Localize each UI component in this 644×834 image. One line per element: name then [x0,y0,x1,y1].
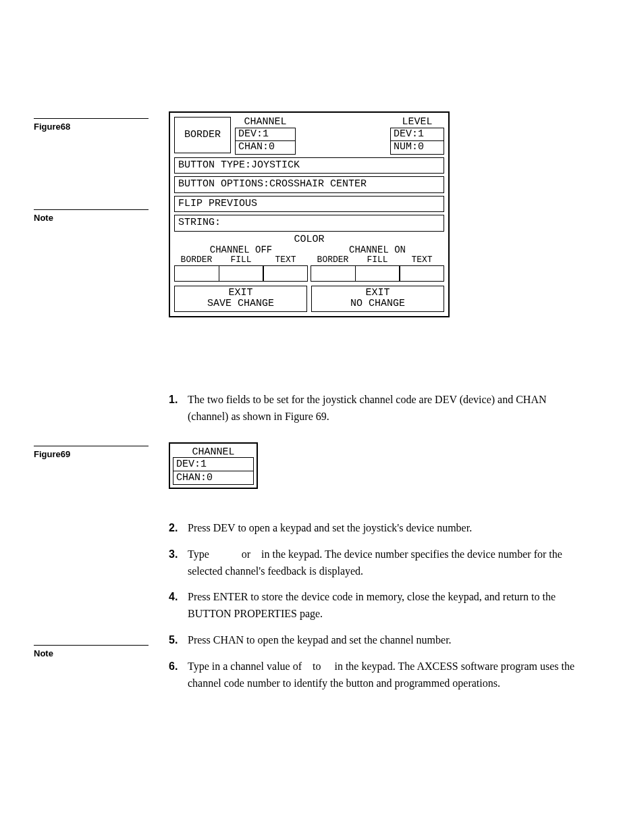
figure68-panel: BORDER CHANNEL DEV:1 CHAN:0 LEVEL DEV:1 … [169,111,450,317]
step-1-text: The two fields to be set for the joystic… [188,392,577,425]
string-row[interactable]: STRING: [174,215,444,232]
on-text-swatch[interactable] [399,265,444,282]
exit-no-button[interactable]: EXIT NO CHANGE [311,286,444,312]
page: Figure68 Note Figure69 Note BORDER CHANN… [0,0,644,834]
flip-row[interactable]: FLIP PREVIOUS [174,196,444,213]
fig69-chan-field[interactable]: CHAN:0 [173,471,254,485]
step-3-text: Type or in the keypad. The device number… [188,546,577,580]
off-border-label: BORDER [174,255,219,265]
channel-on-label: CHANNEL ON [311,245,444,255]
exit-no-line1: EXIT [312,288,444,299]
step-2-text: Press DEV to open a keypad and set the j… [188,520,577,537]
dev-field[interactable]: DEV:1 [235,128,296,142]
channel-off-label: CHANNEL OFF [174,245,308,255]
step-5-text: Press CHAN to open the keypad and set th… [188,632,577,649]
exit-no-line2: NO CHANGE [312,298,444,310]
button-options-row[interactable]: BUTTON OPTIONS:CROSSHAIR CENTER [174,176,444,193]
figure68-label: Figure68 [34,118,149,132]
note-label-1: Note [34,209,149,223]
step-5-number: 5. [169,632,188,649]
channel-title: CHANNEL [235,117,296,128]
off-border-swatch[interactable] [174,265,219,282]
step-6-number: 6. [169,658,188,692]
color-title: COLOR [174,234,444,246]
exit-save-button[interactable]: EXIT SAVE CHANGE [174,286,307,312]
chan-field[interactable]: CHAN:0 [235,140,296,155]
steps-block-1: 1. The two fields to be set for the joys… [169,392,577,435]
off-text-swatch[interactable] [263,265,308,282]
off-fill-label: FILL [219,255,263,265]
on-border-label: BORDER [311,255,355,265]
on-fill-label: FILL [355,255,400,265]
step-6-text: Type in a channel value of to in the key… [188,658,577,692]
off-text-label: TEXT [263,255,308,265]
level-title: LEVEL [390,117,444,128]
border-button[interactable]: BORDER [174,117,231,153]
level-dev-field[interactable]: DEV:1 [390,128,444,142]
exit-save-line2: SAVE CHANGE [175,298,306,310]
step-4-text: Press ENTER to store the device code in … [188,589,577,623]
off-fill-swatch[interactable] [219,265,264,282]
step-4-number: 4. [169,589,188,623]
note-label-2: Note [34,645,149,658]
on-border-swatch[interactable] [311,265,356,282]
exit-save-line1: EXIT [175,288,306,299]
level-num-field[interactable]: NUM:0 [390,140,444,155]
on-fill-swatch[interactable] [355,265,400,282]
figure69-label: Figure69 [34,446,149,459]
fig69-channel-title: CHANNEL [173,446,254,458]
step-3-number: 3. [169,546,188,580]
button-type-row[interactable]: BUTTON TYPE:JOYSTICK [174,157,444,174]
figure69-panel: CHANNEL DEV:1 CHAN:0 [169,442,258,489]
fig69-dev-field[interactable]: DEV:1 [173,457,254,471]
on-text-label: TEXT [400,255,444,265]
step-2-number: 2. [169,520,188,537]
step-1-number: 1. [169,392,188,425]
steps-block-2: 2. Press DEV to open a keypad and set th… [169,520,577,701]
